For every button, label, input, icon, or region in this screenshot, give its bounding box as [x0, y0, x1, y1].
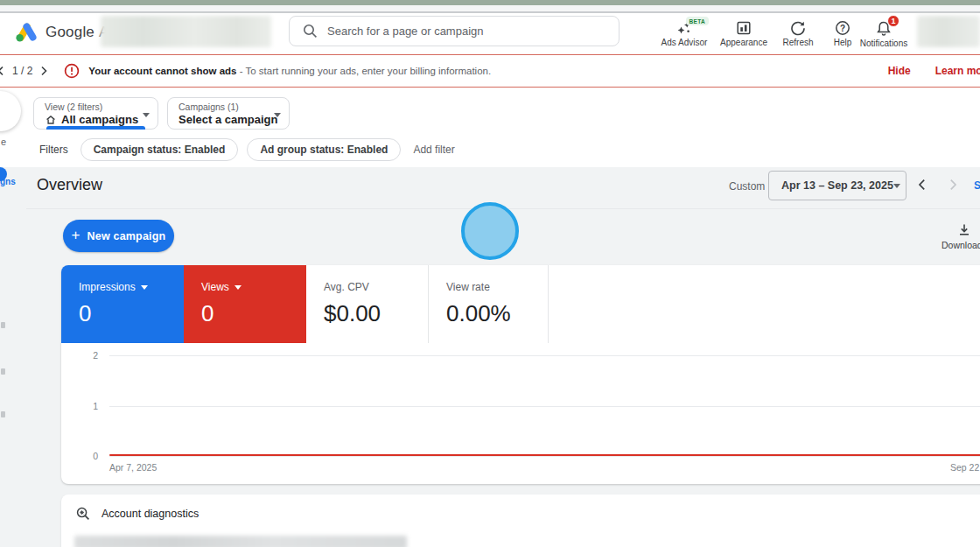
scorecard-value: $0.00: [324, 300, 428, 327]
account-diagnostics-title: Account diagnostics: [102, 508, 199, 520]
download-button[interactable]: Download: [942, 222, 980, 250]
new-campaign-button[interactable]: + New campaign: [63, 220, 174, 252]
performance-chart: 2 1 0 Apr 7, 2025 Sep 22: [61, 343, 980, 484]
nav-label-help: Help: [834, 38, 852, 47]
download-icon: [956, 222, 973, 238]
nav-appearance[interactable]: Appearance: [717, 13, 771, 54]
show-link-partial[interactable]: S: [974, 179, 980, 192]
scorecard-avg-cpv[interactable]: Avg. CPV $0.00: [306, 265, 429, 343]
nav-notifications[interactable]: 1 Notifications: [857, 13, 911, 54]
caret-down-icon: [143, 113, 150, 117]
filter-chip-campaign-status[interactable]: Campaign status: Enabled: [80, 138, 239, 161]
sidebar-partial-label: e: [1, 137, 6, 147]
filter-bar: e View (2 filters) All campaigns Campaig…: [0, 88, 980, 167]
account-diagnostics-card: Account diagnostics: [61, 494, 980, 547]
date-range-picker[interactable]: Apr 13 – Sep 23, 2025: [768, 171, 906, 200]
campaign-dropdown-label: Campaigns (1): [178, 102, 280, 112]
collapsed-nav-circle[interactable]: [0, 91, 21, 131]
chevron-right-icon[interactable]: [38, 65, 50, 77]
x-axis-start-label: Apr 7, 2025: [109, 462, 157, 473]
scorecards-row: Impressions 0 Views 0 Avg. CPV $0.00: [61, 265, 980, 343]
redacted-account-name: [101, 16, 271, 47]
scorecard-value: 0.00%: [446, 300, 548, 327]
svg-text:?: ?: [840, 24, 845, 33]
views-series-line: [109, 454, 980, 457]
scorecard-value: 0: [201, 300, 306, 327]
scorecard-impressions[interactable]: Impressions 0: [61, 265, 184, 343]
caret-down-icon: [274, 113, 281, 117]
app-header: GoogleAds Search for a page or campaign …: [0, 13, 980, 54]
refresh-icon: [789, 20, 807, 36]
new-campaign-label: New campaign: [88, 230, 166, 242]
scorecard-label: View rate: [446, 281, 490, 293]
download-label: Download: [942, 240, 980, 250]
view-dropdown[interactable]: View (2 filters) All campaigns: [33, 97, 158, 130]
nav-ads-advisor[interactable]: BETA Ads Advisor: [657, 13, 711, 54]
diagnostics-search-icon: [75, 506, 91, 522]
view-dropdown-label: View (2 filters): [45, 102, 149, 112]
click-highlight-circle: [461, 202, 519, 260]
add-filter-button[interactable]: Add filter: [413, 144, 454, 156]
google-ads-app: GoogleAds Search for a page or campaign …: [0, 0, 980, 547]
nav-label-appearance: Appearance: [720, 38, 767, 47]
google-ads-logo-icon: [16, 22, 38, 42]
filters-label: Filters: [39, 144, 68, 156]
page-title: Overview: [37, 176, 102, 194]
redacted-profile-area: [917, 16, 980, 47]
date-range-value: Apr 13 – Sep 23, 2025: [781, 179, 893, 192]
search-icon: [302, 23, 318, 39]
beta-badge: BETA: [686, 17, 709, 25]
gridline-0: [109, 456, 980, 457]
y-tick-1: 1: [79, 401, 98, 411]
gridline-1: [109, 406, 980, 407]
view-dropdown-value: All campaigns: [61, 113, 138, 126]
scorecard-view-rate[interactable]: View rate 0.00%: [429, 265, 549, 343]
y-tick-2: 2: [79, 350, 98, 361]
billing-warning-banner: 1 / 2 Your account cannot show ads - To …: [0, 54, 980, 88]
date-prev-icon[interactable]: [915, 178, 929, 192]
scorecard-label: Impressions: [79, 281, 136, 293]
scorecard-label: Avg. CPV: [324, 281, 369, 293]
sidebar-item-fragment[interactable]: [1, 368, 5, 375]
scorecard-views[interactable]: Views 0: [184, 265, 306, 343]
redacted-diagnostics-content: [74, 536, 407, 547]
hide-link[interactable]: Hide: [888, 65, 911, 77]
banner-message-rest: - To start running your ads, enter your …: [240, 66, 491, 76]
banner-pagination: 1 / 2: [12, 65, 32, 77]
browser-chrome-sub: [0, 5, 980, 11]
sidebar-item-fragment[interactable]: [1, 411, 5, 417]
filters-row: Filters Campaign status: Enabled Ad grou…: [39, 138, 455, 161]
home-icon: [45, 114, 57, 125]
campaign-dropdown[interactable]: Campaigns (1) Select a campaign: [167, 97, 290, 130]
scorecard-label: Views: [201, 281, 229, 293]
caret-down-icon: [234, 285, 242, 290]
nav-label-ads-advisor: Ads Advisor: [662, 38, 708, 47]
caret-down-icon: [141, 285, 148, 290]
date-mode-label: Custom: [729, 180, 765, 193]
scorecard-value: 0: [79, 300, 184, 327]
bar-chart-frame-icon: [735, 20, 752, 36]
search-placeholder: Search for a page or campaign: [327, 25, 484, 38]
caret-down-icon: [893, 184, 900, 188]
alert-icon: [64, 63, 80, 79]
date-next-icon[interactable]: [946, 178, 960, 192]
help-circle-icon: ?: [834, 20, 851, 36]
search-input[interactable]: Search for a page or campaign: [289, 16, 620, 46]
plus-icon: +: [72, 227, 80, 244]
x-axis-end-label: Sep 22: [950, 462, 979, 473]
learn-more-link[interactable]: Learn more: [935, 65, 980, 77]
chevron-left-icon[interactable]: [0, 65, 7, 77]
banner-message: Your account cannot show ads - To start …: [88, 66, 491, 76]
nav-label-notifications: Notifications: [860, 39, 907, 48]
sidebar-campaigns-partial-label: gns: [0, 177, 16, 186]
nav-label-refresh: Refresh: [782, 38, 813, 47]
logo-google: Google: [46, 24, 94, 40]
notification-count-badge: 1: [887, 15, 900, 27]
banner-message-bold: Your account cannot show ads: [88, 66, 236, 76]
active-tab-underline: [46, 126, 145, 130]
y-tick-0: 0: [79, 451, 98, 461]
gridline-2: [109, 355, 980, 356]
filter-chip-adgroup-status[interactable]: Ad group status: Enabled: [247, 138, 401, 161]
overview-chart-card: Impressions 0 Views 0 Avg. CPV $0.00: [61, 265, 980, 484]
sidebar-item-fragment[interactable]: [1, 322, 5, 328]
